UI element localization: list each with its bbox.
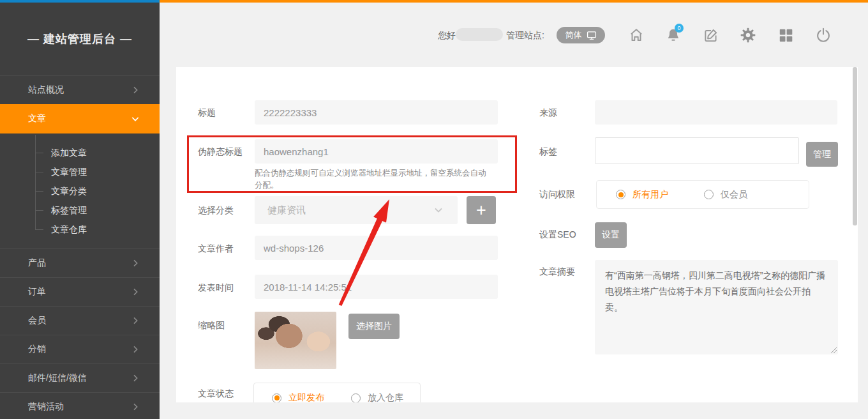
gear-icon[interactable] [740, 27, 756, 43]
submenu-item-article-warehouse[interactable]: 文章仓库 [0, 220, 160, 239]
status-option-publish[interactable]: 立即发布 [272, 392, 324, 402]
access-label: 访问权限 [539, 189, 575, 201]
greeting-text: 您好 [438, 30, 456, 42]
radio-selected-icon [616, 190, 625, 199]
power-icon[interactable] [815, 27, 832, 43]
seo-label: 设置SEO [539, 229, 576, 241]
radio-unselected-icon [351, 393, 361, 403]
sidebar-item-label: 文章 [28, 113, 46, 125]
publish-time-input[interactable] [255, 275, 498, 299]
chevron-right-icon [130, 316, 140, 326]
source-input[interactable] [595, 100, 837, 125]
chevron-right-icon [130, 287, 140, 297]
chevron-down-icon [432, 204, 445, 217]
manage-tags-button[interactable]: 管理 [806, 142, 838, 167]
sidebar-item-orders[interactable]: 订单 [0, 277, 160, 306]
panel-scrollbar-thumb[interactable] [853, 67, 857, 225]
monitor-icon [587, 31, 597, 40]
submenu-item-add-article[interactable]: 添加文章 [0, 143, 160, 162]
publish-time-label: 发表时间 [198, 282, 234, 294]
sidebar-item-distribution[interactable]: 分销 [0, 335, 160, 363]
tags-input[interactable] [595, 137, 799, 164]
slug-help-text: 配合伪静态规则可自定义浏览器地址栏显示地址，留空系统会自动分配。 [255, 167, 492, 192]
chevron-right-icon [130, 85, 140, 95]
slug-input[interactable] [255, 139, 498, 164]
author-label: 文章作者 [198, 243, 234, 255]
status-option-warehouse[interactable]: 放入仓库 [351, 392, 403, 402]
thumbnail-label: 缩略图 [198, 320, 225, 331]
language-preview-button[interactable]: 简体 [557, 27, 605, 43]
seo-settings-button[interactable]: 设置 [595, 222, 627, 248]
chevron-down-icon [130, 114, 140, 124]
apps-grid-icon[interactable] [777, 27, 794, 43]
thumbnail-preview [255, 312, 336, 369]
sidebar-item-label: 站点概况 [28, 84, 64, 96]
sidebar: — 建站管理后台 — 站点概况 文章 添加文章 文章管理 文章分类 标签管理 文… [0, 3, 160, 419]
chevron-right-icon [130, 373, 140, 383]
sidebar-item-mail-sms-wechat[interactable]: 邮件/短信/微信 [0, 363, 160, 392]
access-option-all-users[interactable]: 所有用户 [616, 189, 668, 201]
sidebar-item-products[interactable]: 产品 [0, 248, 160, 277]
sidebar-item-marketing[interactable]: 营销活动 [0, 392, 160, 419]
top-strip-orange [160, 0, 868, 3]
chevron-right-icon [130, 344, 140, 354]
summary-textarea[interactable]: 有“西南第一高钢塔，四川第二高电视塔”之称的德阳广播电视塔主塔广告位将于本月下旬… [595, 260, 838, 354]
slug-label: 伪静态标题 [198, 146, 243, 158]
access-radio-group: 所有用户 仅会员 [596, 180, 809, 209]
chevron-right-icon [130, 258, 140, 268]
manage-site-label: 管理站点: [506, 30, 544, 42]
summary-label: 文章摘要 [539, 266, 575, 278]
radio-unselected-icon [704, 190, 714, 199]
sidebar-item-site-overview[interactable]: 站点概况 [0, 75, 160, 104]
submenu-item-tag-manage[interactable]: 标签管理 [0, 201, 160, 220]
add-category-button[interactable]: + [467, 196, 496, 224]
title-input[interactable] [255, 100, 498, 125]
status-label: 文章状态 [198, 388, 234, 400]
choose-image-button[interactable]: 选择图片 [348, 314, 400, 339]
category-select[interactable]: 健康资讯 [255, 196, 458, 224]
access-option-members-only[interactable]: 仅会员 [704, 189, 747, 201]
author-input[interactable] [255, 236, 498, 260]
bell-icon[interactable]: 0 [665, 27, 682, 43]
chevron-right-icon [130, 402, 140, 412]
category-selected-value: 健康资讯 [267, 204, 306, 217]
app-title: — 建站管理后台 — [0, 3, 160, 75]
username-redacted [456, 28, 503, 41]
article-edit-panel: 标题 伪静态标题 配合伪静态规则可自定义浏览器地址栏显示地址，留空系统会自动分配… [176, 67, 858, 402]
category-label: 选择分类 [198, 205, 234, 217]
submenu-item-article-manage[interactable]: 文章管理 [0, 162, 160, 181]
title-label: 标题 [198, 107, 216, 119]
radio-selected-icon [272, 393, 281, 403]
sidebar-item-members[interactable]: 会员 [0, 306, 160, 335]
submenu-item-article-category[interactable]: 文章分类 [0, 181, 160, 201]
status-radio-group: 立即发布 放入仓库 [253, 383, 421, 402]
source-label: 来源 [539, 107, 557, 119]
tags-label: 标签 [539, 146, 557, 158]
compose-icon[interactable] [703, 27, 719, 43]
notification-badge: 0 [675, 24, 684, 33]
home-icon[interactable] [628, 27, 645, 43]
articles-submenu: 添加文章 文章管理 文章分类 标签管理 文章仓库 [0, 133, 160, 248]
sidebar-item-articles[interactable]: 文章 [0, 104, 160, 133]
